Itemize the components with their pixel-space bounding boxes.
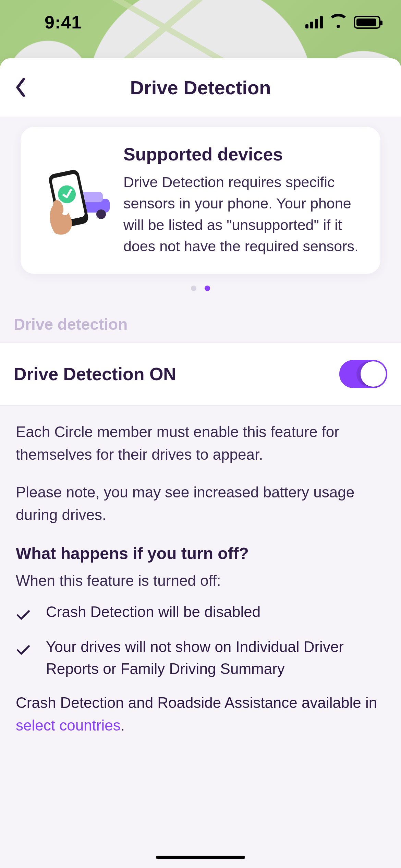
section-label: Drive detection (0, 305, 401, 342)
info-card-supported-devices[interactable]: Supported devices Drive Detection requir… (21, 127, 380, 274)
availability-note: Crash Detection and Roadside Assistance … (16, 691, 385, 737)
status-bar: 9:41 (0, 0, 401, 45)
turn-off-heading: What happens if you turn off? (16, 541, 385, 566)
list-item-text: Crash Detection will be disabled (46, 601, 260, 623)
check-icon (16, 636, 34, 662)
list-item: Your drives will not show on Individual … (16, 636, 385, 680)
page-title: Drive Detection (0, 76, 401, 99)
card-body: Drive Detection requires specific sensor… (123, 171, 363, 257)
pager-dot-1[interactable] (205, 286, 210, 291)
availability-prefix: Crash Detection and Roadside Assistance … (16, 694, 377, 711)
status-icons (305, 16, 380, 29)
list-item-text: Your drives will not show on Individual … (46, 636, 385, 680)
pager-dot-0[interactable] (191, 286, 196, 291)
check-icon (16, 601, 34, 627)
cellular-signal-icon (305, 16, 323, 28)
content: Supported devices Drive Detection requir… (0, 117, 401, 868)
status-time: 9:41 (45, 12, 82, 33)
drive-detection-toggle[interactable] (339, 360, 387, 388)
svg-point-3 (96, 209, 106, 219)
info-text: Each Circle member must enable this feat… (0, 406, 401, 737)
select-countries-link[interactable]: select countries (16, 717, 121, 734)
list-item: Crash Detection will be disabled (16, 601, 385, 627)
battery-icon (354, 16, 380, 29)
info-paragraph-1: Each Circle member must enable this feat… (16, 421, 385, 466)
drive-detection-toggle-row: Drive Detection ON (0, 342, 401, 406)
carousel-pager (0, 286, 401, 291)
toggle-knob (361, 361, 386, 387)
phone-car-illustration (34, 144, 113, 257)
wifi-icon (330, 16, 347, 29)
availability-suffix: . (121, 717, 125, 734)
page-header: Drive Detection (0, 58, 401, 117)
turn-off-consequences-list: Crash Detection will be disabled Your dr… (16, 601, 385, 680)
toggle-label: Drive Detection ON (14, 364, 176, 384)
card-title: Supported devices (123, 144, 363, 165)
turn-off-subheading: When this feature is turned off: (16, 569, 385, 592)
home-indicator[interactable] (156, 856, 245, 859)
info-paragraph-2: Please note, you may see increased batte… (16, 481, 385, 526)
